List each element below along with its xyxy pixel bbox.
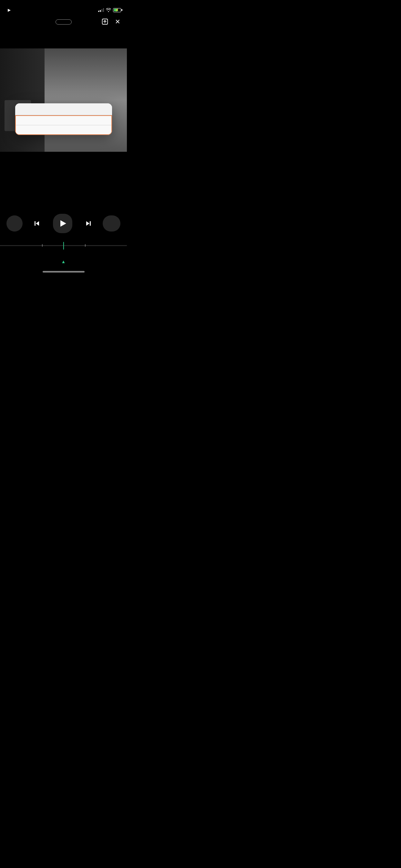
today-filter-button[interactable] bbox=[56, 20, 72, 25]
playback-controls bbox=[0, 214, 127, 233]
events-bar[interactable]: ▲ bbox=[0, 259, 127, 266]
signal-strength-icon bbox=[98, 8, 104, 12]
battery-icon: ⚡ bbox=[113, 8, 121, 12]
skip-forward-icon bbox=[85, 220, 92, 227]
status-icons: ⚡ bbox=[98, 8, 121, 12]
status-time: ▶ bbox=[6, 8, 10, 12]
play-icon bbox=[60, 220, 66, 227]
wifi-icon bbox=[106, 8, 111, 12]
timeline-tick-right bbox=[85, 244, 86, 247]
video-frame bbox=[0, 49, 127, 152]
upload-icon bbox=[101, 18, 109, 25]
clip-saved-dialog bbox=[15, 103, 112, 135]
timeline-playhead bbox=[63, 242, 64, 250]
dialog-actions-container bbox=[15, 115, 112, 135]
events-chevron-icon: ▲ bbox=[61, 259, 66, 264]
svg-marker-2 bbox=[36, 221, 39, 226]
skip-back-icon bbox=[33, 220, 41, 227]
play-pause-button[interactable] bbox=[53, 214, 72, 233]
playback-speed-button[interactable] bbox=[6, 215, 23, 231]
timeline-tick-left bbox=[42, 244, 42, 247]
svg-rect-5 bbox=[90, 221, 91, 226]
dialog-header bbox=[15, 103, 112, 115]
svg-marker-4 bbox=[86, 221, 89, 226]
video-player bbox=[0, 49, 127, 152]
video-content bbox=[0, 49, 127, 152]
share-link-button[interactable] bbox=[16, 125, 112, 134]
status-bar: ▶ ⚡ bbox=[0, 0, 127, 16]
go-live-button[interactable] bbox=[103, 215, 120, 231]
video-right-panel bbox=[44, 49, 127, 152]
upload-share-button[interactable] bbox=[101, 18, 109, 25]
video-left-panel bbox=[0, 49, 44, 152]
home-indicator bbox=[42, 271, 85, 273]
svg-rect-3 bbox=[35, 221, 35, 226]
skip-back-button[interactable] bbox=[30, 217, 43, 230]
skip-forward-button[interactable] bbox=[82, 217, 95, 230]
timeline-track[interactable] bbox=[0, 245, 127, 246]
top-right-actions: ✕ bbox=[101, 18, 120, 26]
close-icon: ✕ bbox=[115, 18, 120, 26]
download-and-share-button[interactable] bbox=[16, 116, 112, 125]
location-arrow-icon: ▶ bbox=[8, 8, 10, 12]
close-button[interactable]: ✕ bbox=[115, 18, 120, 26]
main-playback-controls bbox=[30, 214, 95, 233]
